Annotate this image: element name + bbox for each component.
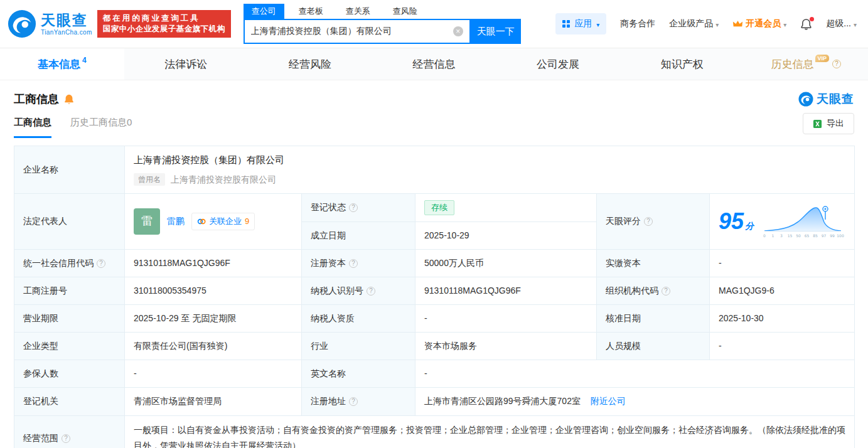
search-tab-boss[interactable]: 查老板 bbox=[291, 4, 331, 19]
address-cell: 上海市青浦区公园路99号舜浦大厦702室 附近公司 bbox=[415, 388, 855, 415]
slogan-banner: 都在用的商业查询工具 国家中小企业发展子基金旗下机构 bbox=[97, 10, 231, 38]
apps-grid-icon bbox=[562, 20, 570, 28]
vip-badge: VIP bbox=[815, 55, 830, 62]
help-icon[interactable] bbox=[367, 287, 375, 296]
taxpayer-quality-label: 纳税人资质 bbox=[302, 305, 415, 333]
subscribe-bell-icon[interactable] bbox=[63, 93, 75, 105]
help-icon[interactable] bbox=[644, 217, 653, 226]
user-menu[interactable]: 超级... bbox=[826, 18, 857, 29]
related-companies-icon bbox=[197, 218, 206, 225]
notification-bell-icon[interactable] bbox=[800, 18, 812, 30]
export-button[interactable]: 导出 bbox=[803, 113, 854, 134]
clear-search-icon[interactable] bbox=[453, 26, 463, 36]
address-value: 上海市青浦区公园路99号舜浦大厦702室 bbox=[424, 396, 581, 406]
score-axis-tick: 50 bbox=[796, 233, 801, 238]
chevron-down-icon bbox=[596, 19, 599, 29]
crown-icon bbox=[732, 19, 743, 28]
tab-basic-info[interactable]: 基本信息 4 bbox=[0, 48, 124, 80]
tianyancha-watermark: 天眼查 bbox=[798, 91, 854, 107]
search-input[interactable] bbox=[251, 26, 453, 36]
slogan-line-2: 国家中小企业发展子基金旗下机构 bbox=[103, 24, 225, 35]
main-content: 工商信息 天眼查 工商信息 历史工商信息0 导出 bbox=[0, 80, 868, 448]
search-tab-company[interactable]: 查公司 bbox=[244, 4, 284, 19]
help-icon[interactable] bbox=[349, 259, 358, 268]
help-icon[interactable] bbox=[662, 287, 670, 296]
apps-menu-label: 应用 bbox=[574, 18, 592, 29]
paid-capital-value: - bbox=[710, 249, 855, 277]
nearby-companies-link[interactable]: 附近公司 bbox=[591, 396, 626, 406]
table-row: 工商注册号 310118005354975 纳税人识别号 91310118MAG… bbox=[14, 277, 855, 305]
paid-capital-label: 实缴资本 bbox=[597, 249, 710, 277]
tab-company-development[interactable]: 公司发展 bbox=[496, 48, 620, 80]
table-row: 企业名称 上海青浦投资控股（集团）有限公司 曾用名 上海青浦投资控股有限公司 bbox=[14, 146, 855, 194]
approval-date-label: 核准日期 bbox=[597, 305, 710, 333]
history-count: 0 bbox=[127, 117, 132, 127]
related-companies-badge[interactable]: 关联企业 9 bbox=[191, 213, 255, 230]
reg-capital-label: 注册资本 bbox=[302, 249, 415, 277]
score-axis-tick: 15 bbox=[788, 233, 793, 238]
help-icon[interactable] bbox=[349, 203, 358, 212]
slogan-line-1: 都在用的商业查询工具 bbox=[103, 13, 225, 24]
help-icon[interactable] bbox=[97, 259, 105, 268]
reg-status-label: 登记状态 bbox=[302, 193, 415, 221]
score-axis-tick: 100 bbox=[837, 233, 844, 238]
help-icon[interactable] bbox=[62, 434, 70, 443]
credit-code-label: 统一社会信用代码 bbox=[14, 249, 125, 277]
search-button[interactable]: 天眼一下 bbox=[471, 19, 521, 44]
table-row: 统一社会信用代码 91310118MAG1QJG96F 注册资本 50000万人… bbox=[14, 249, 855, 277]
business-scope-label: 经营范围 bbox=[14, 415, 125, 448]
subtab-history-business-info[interactable]: 历史工商信息0 bbox=[70, 117, 132, 138]
tab-history-info[interactable]: 历史信息 VIP bbox=[744, 48, 868, 80]
help-icon[interactable] bbox=[832, 60, 841, 68]
reg-capital-value: 50000万人民币 bbox=[415, 249, 597, 277]
chevron-down-icon bbox=[854, 19, 857, 29]
registry-value: 青浦区市场监督管理局 bbox=[125, 388, 302, 415]
legal-rep-label: 法定代表人 bbox=[14, 193, 125, 249]
business-term-label: 营业期限 bbox=[14, 305, 125, 333]
english-name-label: 英文名称 bbox=[302, 360, 415, 388]
basic-info-count: 4 bbox=[82, 56, 87, 65]
tianyancha-logo[interactable]: 天眼查 TianYanCha.com bbox=[8, 9, 92, 38]
chevron-down-icon bbox=[783, 19, 786, 29]
search-area: 查公司 查老板 查关系 查风险 天眼一下 bbox=[244, 4, 521, 44]
business-term-value: 2025-10-29 至 无固定期限 bbox=[125, 305, 302, 333]
staff-size-value: - bbox=[710, 333, 855, 360]
business-cooperation-link[interactable]: 商务合作 bbox=[620, 18, 655, 29]
help-icon[interactable] bbox=[349, 397, 358, 406]
tab-operation-info[interactable]: 经营信息 bbox=[372, 48, 496, 80]
score-axis-tick: 65 bbox=[805, 233, 810, 238]
insured-count-label: 参保人数 bbox=[14, 360, 125, 388]
company-section-nav: 基本信息 4 法律诉讼 经营风险 经营信息 公司发展 知识产权 历史信息 VIP bbox=[0, 48, 868, 80]
table-row: 登记机关 青浦区市场监督管理局 注册地址 上海市青浦区公园路99号舜浦大厦702… bbox=[14, 388, 855, 415]
status-badge: 存续 bbox=[424, 200, 454, 215]
section-title: 工商信息 bbox=[14, 92, 59, 107]
search-tabs: 查公司 查老板 查关系 查风险 bbox=[244, 4, 521, 19]
legal-rep-avatar[interactable]: 雷 bbox=[134, 208, 160, 235]
search-tab-relation[interactable]: 查关系 bbox=[338, 4, 378, 19]
score-axis-tick: 99 bbox=[830, 233, 835, 238]
address-label: 注册地址 bbox=[302, 388, 415, 415]
tab-operation-risk[interactable]: 经营风险 bbox=[248, 48, 372, 80]
org-code-label: 组织机构代码 bbox=[597, 277, 710, 305]
table-row: 参保人数 - 英文名称 - bbox=[14, 360, 855, 388]
company-name: 上海青浦投资控股（集团）有限公司 bbox=[134, 152, 845, 168]
tab-intellectual-property[interactable]: 知识产权 bbox=[620, 48, 744, 80]
company-name-cell: 上海青浦投资控股（集团）有限公司 曾用名 上海青浦投资控股有限公司 bbox=[125, 146, 855, 194]
score-cell: 95分 bbox=[710, 193, 855, 249]
legal-rep-cell: 雷 雷鹏 关联企业 9 bbox=[125, 193, 302, 249]
tianyancha-logo-icon bbox=[8, 9, 36, 38]
score-axis-tick: 85 bbox=[813, 233, 818, 238]
reg-number-value: 310118005354975 bbox=[125, 277, 302, 305]
legal-rep-name-link[interactable]: 雷鹏 bbox=[167, 214, 185, 228]
tab-legal-proceedings[interactable]: 法律诉讼 bbox=[124, 48, 249, 80]
top-header: 天眼查 TianYanCha.com 都在用的商业查询工具 国家中小企业发展子基… bbox=[0, 0, 868, 48]
header-menu: 应用 商务合作 企业级产品 开通会员 超级... bbox=[555, 13, 860, 35]
search-tab-risk[interactable]: 查风险 bbox=[385, 4, 426, 19]
company-name-label: 企业名称 bbox=[14, 146, 125, 194]
table-row: 营业期限 2025-10-29 至 无固定期限 纳税人资质 - 核准日期 202… bbox=[14, 305, 855, 333]
subtab-business-info[interactable]: 工商信息 bbox=[14, 117, 51, 138]
apps-menu[interactable]: 应用 bbox=[555, 13, 606, 35]
vip-upgrade-menu[interactable]: 开通会员 bbox=[732, 18, 786, 29]
enterprise-products-menu[interactable]: 企业级产品 bbox=[669, 18, 719, 29]
established-date-value: 2025-10-29 bbox=[415, 221, 597, 249]
